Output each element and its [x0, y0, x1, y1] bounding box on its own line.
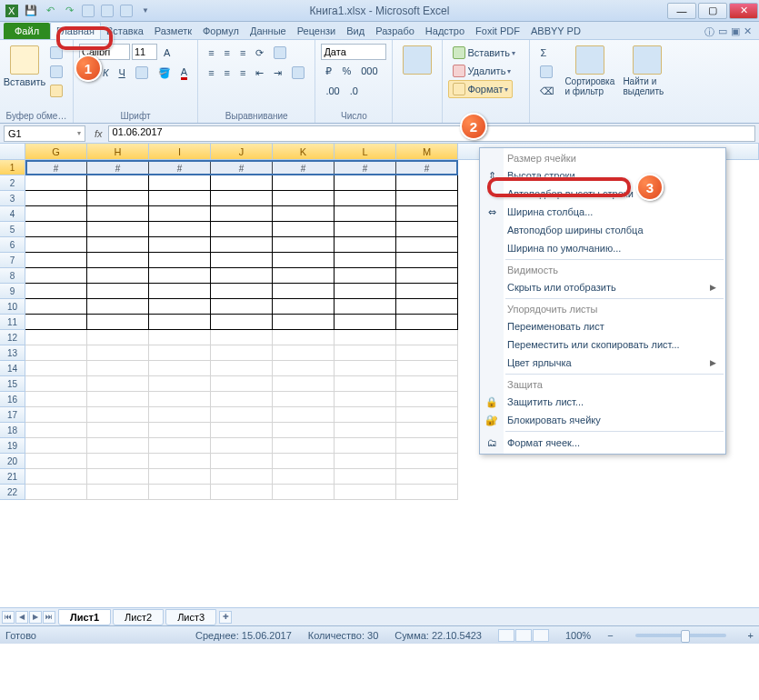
cell[interactable]	[87, 423, 149, 438]
cell[interactable]	[273, 345, 335, 361]
cell[interactable]: #	[211, 160, 273, 175]
tab-review[interactable]: Рецензи	[292, 23, 342, 39]
cell[interactable]	[149, 392, 211, 407]
border-button[interactable]	[131, 64, 153, 82]
fx-icon[interactable]: fx	[89, 128, 108, 139]
cell[interactable]	[149, 345, 211, 361]
cell[interactable]	[396, 345, 458, 361]
menu-row-height[interactable]: ⇕Высота строки...	[480, 166, 725, 185]
cell[interactable]	[396, 330, 458, 345]
cell[interactable]	[335, 175, 396, 191]
cell[interactable]	[25, 469, 87, 485]
tab-insert[interactable]: Вставка	[101, 23, 149, 39]
cell[interactable]	[396, 284, 458, 299]
cell[interactable]	[335, 454, 396, 469]
sheet-tab-1[interactable]: Лист1	[58, 609, 111, 625]
cell[interactable]	[87, 407, 149, 423]
sheet-nav-first-icon[interactable]: ⏮	[2, 611, 15, 624]
cell[interactable]	[25, 284, 87, 299]
cell[interactable]	[335, 485, 396, 500]
zoom-slider[interactable]	[635, 634, 726, 637]
format-cells-button[interactable]: Формат▾	[448, 80, 513, 98]
cell[interactable]	[25, 222, 87, 237]
cell[interactable]	[396, 191, 458, 206]
cell[interactable]: #	[149, 160, 211, 175]
orientation-icon[interactable]: ⟳	[251, 44, 268, 62]
row-header[interactable]: 5	[0, 222, 25, 237]
row-header[interactable]: 20	[0, 454, 25, 469]
cell[interactable]	[396, 253, 458, 268]
cell[interactable]	[273, 423, 335, 438]
comma-icon[interactable]: 000	[356, 62, 382, 80]
cell[interactable]	[87, 191, 149, 206]
cell[interactable]	[396, 222, 458, 237]
tab-addins[interactable]: Надстро	[420, 23, 470, 39]
cell[interactable]	[211, 423, 273, 438]
cell[interactable]	[273, 361, 335, 376]
tab-developer[interactable]: Разрабо	[370, 23, 420, 39]
cell[interactable]	[273, 253, 335, 268]
cell[interactable]	[87, 222, 149, 237]
cell[interactable]	[396, 469, 458, 485]
cell[interactable]	[335, 315, 396, 330]
cell[interactable]	[273, 284, 335, 299]
cell[interactable]	[211, 330, 273, 345]
cell[interactable]	[211, 376, 273, 392]
cell[interactable]	[149, 268, 211, 284]
row-header[interactable]: 8	[0, 268, 25, 284]
align-left-icon[interactable]: ≡	[204, 64, 218, 82]
cell[interactable]	[335, 376, 396, 392]
cell[interactable]	[87, 284, 149, 299]
row-header[interactable]: 1	[0, 160, 25, 175]
cell[interactable]	[87, 237, 149, 253]
cell[interactable]	[149, 253, 211, 268]
cell[interactable]	[87, 315, 149, 330]
cell[interactable]	[273, 469, 335, 485]
cell[interactable]	[25, 438, 87, 454]
wrap-text-icon[interactable]	[269, 44, 291, 62]
cell[interactable]: #	[273, 160, 335, 175]
cell[interactable]	[396, 175, 458, 191]
align-middle-icon[interactable]: ≡	[220, 44, 235, 62]
view-normal-icon[interactable]	[498, 629, 514, 642]
cell[interactable]	[25, 454, 87, 469]
cell[interactable]	[335, 423, 396, 438]
menu-autofit-row[interactable]: Автоподбор высоты строки	[480, 185, 725, 203]
cell[interactable]	[396, 268, 458, 284]
qat-dropdown-icon[interactable]: ▼	[137, 3, 154, 19]
merge-icon[interactable]	[287, 64, 309, 82]
cell[interactable]	[211, 438, 273, 454]
cell[interactable]	[25, 299, 87, 315]
row-header[interactable]: 17	[0, 407, 25, 423]
cell[interactable]	[25, 268, 87, 284]
cell[interactable]	[25, 423, 87, 438]
sort-filter-button[interactable]: Сортировка и фильтр	[563, 44, 617, 98]
cell[interactable]	[211, 237, 273, 253]
cell[interactable]	[211, 175, 273, 191]
column-header[interactable]: I	[149, 144, 211, 159]
column-header[interactable]: G	[25, 144, 87, 159]
cell[interactable]	[396, 315, 458, 330]
cell[interactable]	[87, 376, 149, 392]
decrease-decimal-icon[interactable]: .0	[345, 82, 363, 100]
cell[interactable]	[211, 454, 273, 469]
cell[interactable]	[87, 469, 149, 485]
increase-indent-icon[interactable]: ⇥	[269, 64, 286, 82]
cell[interactable]	[211, 222, 273, 237]
cell[interactable]	[335, 237, 396, 253]
cell[interactable]	[211, 253, 273, 268]
align-bottom-icon[interactable]: ≡	[235, 44, 250, 62]
cell[interactable]	[273, 222, 335, 237]
copy-button[interactable]	[45, 63, 67, 81]
row-header[interactable]: 7	[0, 253, 25, 268]
tab-layout[interactable]: Разметк	[149, 23, 197, 39]
cell[interactable]	[25, 175, 87, 191]
cell[interactable]	[149, 376, 211, 392]
minimize-ribbon-icon[interactable]: ▭	[718, 25, 727, 39]
maximize-button[interactable]: ▢	[698, 3, 727, 19]
restore-icon[interactable]: ▣	[731, 25, 740, 39]
cell[interactable]	[211, 392, 273, 407]
cell[interactable]	[149, 485, 211, 500]
cell[interactable]	[273, 454, 335, 469]
align-right-icon[interactable]: ≡	[235, 64, 250, 82]
